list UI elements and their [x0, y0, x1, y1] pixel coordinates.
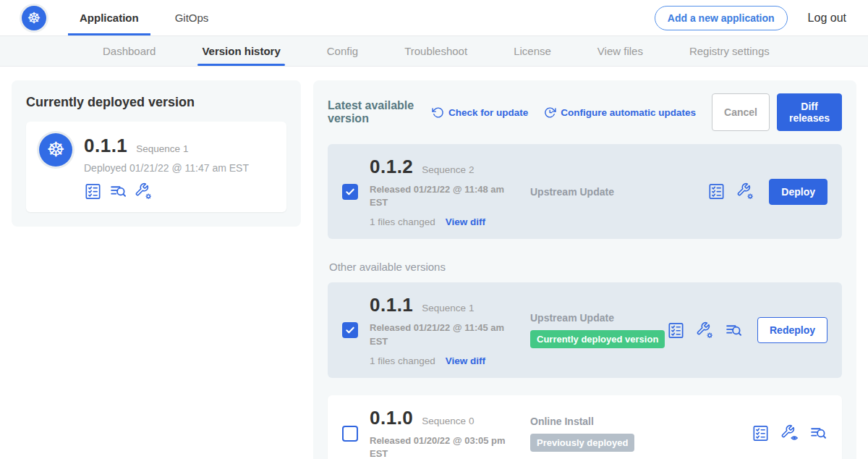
version-row-0-1-0: 0.1.0 Sequence 0 Released 01/20/22 @ 03:… [328, 395, 842, 459]
view-config-icon[interactable] [780, 424, 799, 442]
subnav-tab-config[interactable]: Config [323, 36, 362, 66]
view-diff-link[interactable]: View diff [446, 355, 485, 366]
currently-deployed-panel: Currently deployed version ☸ 0.1.1 Seque… [12, 80, 301, 227]
preflight-checklist-icon[interactable] [752, 424, 770, 442]
deployed-version-sequence: Sequence 1 [136, 143, 188, 154]
kubernetes-logo-icon: ☸ [22, 6, 46, 30]
configure-updates-link[interactable]: Configure automatic updates [544, 106, 696, 119]
currently-deployed-badge: Currently deployed version [530, 330, 665, 348]
version-row-0-1-2: 0.1.2 Sequence 2 Released 01/21/22 @ 11:… [328, 144, 842, 239]
refresh-icon [432, 106, 444, 119]
tab-gitops[interactable]: GitOps [163, 0, 221, 35]
subnav-tab-troubleshoot[interactable]: Troubleshoot [400, 36, 472, 66]
checkmark-icon [344, 324, 356, 336]
version-checkbox[interactable] [342, 426, 358, 442]
files-changed-label: 1 files changed [370, 355, 435, 366]
deployed-version-number: 0.1.1 [84, 135, 127, 157]
preflight-checklist-icon[interactable] [667, 321, 685, 340]
version-checkbox[interactable] [342, 184, 358, 200]
version-source-label: Upstream Update [530, 312, 667, 324]
edit-config-icon[interactable] [696, 321, 714, 340]
subnav-tab-license[interactable]: License [509, 36, 556, 66]
released-timestamp: Released 01/21/22 @ 11:45 am EST [370, 321, 523, 348]
topnav-tabs: Application GitOps [68, 0, 233, 35]
view-diff-link[interactable]: View diff [446, 216, 485, 227]
subnav-tab-dashboard[interactable]: Dashboard [98, 36, 160, 66]
version-source-label: Upstream Update [530, 186, 707, 198]
available-versions-panel: Latest available version Check for updat… [313, 80, 856, 459]
diff-releases-button[interactable]: Diff releases [777, 93, 842, 131]
app-icon: ☸ [39, 133, 72, 167]
other-versions-heading: Other available versions [329, 261, 841, 273]
preflight-checklist-icon[interactable] [84, 182, 102, 201]
version-number: 0.1.2 [370, 156, 413, 178]
top-nav: ☸ Application GitOps Add a new applicati… [0, 0, 868, 36]
deployed-version-card: ☸ 0.1.1 Sequence 1 Deployed 01/21/22 @ 1… [26, 122, 286, 212]
deploy-button[interactable]: Deploy [769, 179, 827, 205]
files-changed-label: 1 files changed [370, 216, 435, 227]
tab-application[interactable]: Application [68, 0, 150, 35]
auto-update-clock-icon [544, 106, 556, 119]
subnav-tab-version-history[interactable]: Version history [197, 36, 284, 66]
version-checkbox[interactable] [342, 322, 358, 338]
main-content: Currently deployed version ☸ 0.1.1 Seque… [0, 67, 868, 459]
previously-deployed-badge: Previously deployed [530, 434, 634, 452]
redeploy-button[interactable]: Redeploy [757, 317, 827, 343]
view-logs-icon[interactable] [725, 321, 743, 340]
check-for-update-link[interactable]: Check for update [432, 106, 528, 119]
version-sequence: Sequence 0 [422, 416, 474, 426]
deployed-timestamp: Deployed 01/21/22 @ 11:47 am EST [84, 162, 249, 174]
available-panel-title: Latest available version [328, 99, 420, 125]
version-number: 0.1.1 [370, 294, 413, 316]
add-application-button[interactable]: Add a new application [655, 6, 788, 30]
view-logs-icon[interactable] [809, 424, 827, 442]
edit-config-icon[interactable] [135, 182, 153, 201]
version-number: 0.1.0 [370, 407, 413, 429]
preflight-checklist-icon[interactable] [707, 182, 726, 201]
version-source-label: Online Install [530, 416, 752, 427]
logout-link[interactable]: Log out [808, 12, 846, 25]
checkmark-icon [344, 186, 356, 198]
subnav-tab-registry-settings[interactable]: Registry settings [685, 36, 774, 66]
version-sequence: Sequence 1 [422, 303, 474, 313]
cancel-button[interactable]: Cancel [712, 93, 770, 131]
released-timestamp: Released 01/21/22 @ 11:48 am EST [370, 183, 523, 209]
edit-config-icon[interactable] [736, 182, 754, 201]
view-logs-icon[interactable] [109, 182, 127, 201]
app-subnav: Dashboard Version history Config Trouble… [0, 36, 868, 67]
subnav-tab-view-files[interactable]: View files [593, 36, 647, 66]
released-timestamp: Released 01/20/22 @ 03:05 pm EST [370, 434, 523, 459]
app-brand: ☸ [22, 0, 46, 35]
version-sequence: Sequence 2 [422, 164, 474, 175]
version-row-0-1-1: 0.1.1 Sequence 1 Released 01/21/22 @ 11:… [328, 282, 842, 377]
deployed-panel-title: Currently deployed version [26, 95, 286, 110]
